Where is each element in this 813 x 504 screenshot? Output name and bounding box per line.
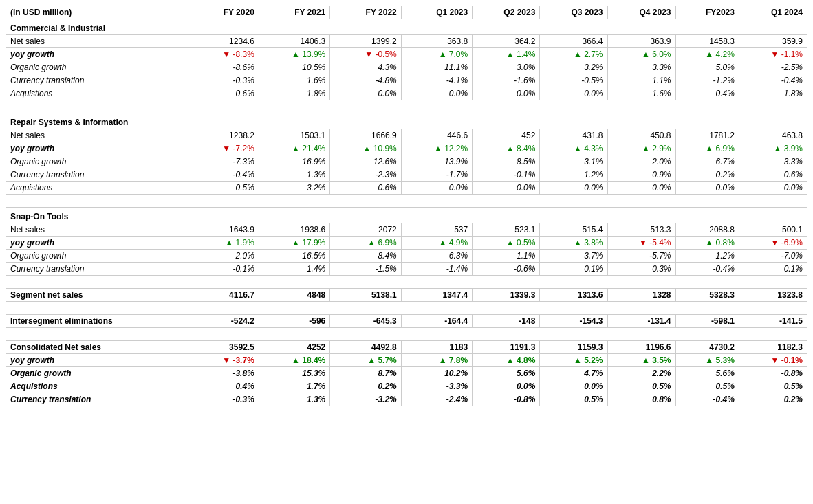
consolidated-cell: 10.2% [401,367,472,380]
empty-cell [259,276,329,289]
segment-cell: 1323.8 [739,289,807,302]
header-label: (in USD million) [6,6,191,19]
consolidated-cell: 1196.6 [607,341,675,354]
empty-cell [540,195,607,208]
data-cell: 0.0% [401,87,472,100]
empty-cell [191,302,259,315]
data-cell: -4.1% [401,74,472,87]
yoy-cell: -6.9% [739,237,807,250]
empty-cell [473,328,540,341]
empty-cell [330,100,401,113]
empty-cell [675,328,739,341]
data-cell: 8.4% [330,250,401,263]
segment-cell: 4848 [259,289,329,302]
data-cell: 1.4% [259,263,329,276]
empty-cell [675,100,739,113]
header-q42023: Q4 2023 [607,6,675,19]
data-cell: -0.4% [191,168,259,182]
data-cell: 0.0% [330,87,401,100]
intersegment-cell: -524.2 [191,315,259,328]
row-label: Currency translation [6,168,191,182]
consolidated-cell: 0.4% [191,380,259,393]
yoy-cell: 21.4% [259,142,329,155]
empty-cell [739,195,807,208]
empty-cell [675,276,739,289]
yoy-cell: 6.0% [607,48,675,61]
consolidated-cell: -3.2% [330,393,401,406]
consolidated-cell: 1183 [401,341,472,354]
empty-cell [540,302,607,315]
empty-cell [191,195,259,208]
yoy-cell: 5.3% [675,354,739,367]
data-cell: 446.6 [401,129,472,142]
data-cell: 1643.9 [191,223,259,237]
consolidated-row-label: Acquistions [6,380,191,393]
yoy-cell: -7.2% [191,142,259,155]
row-label: Acquistions [6,87,191,100]
consolidated-row-label: Consolidated Net sales [6,341,191,354]
consolidated-cell: 0.2% [739,393,807,406]
row-label: Acquistions [6,182,191,195]
consolidated-cell: 0.5% [540,393,607,406]
consolidated-cell: 0.0% [473,380,540,393]
data-cell: -0.6% [473,263,540,276]
header-q12023: Q1 2023 [401,6,472,19]
row-label: Organic growth [6,250,191,263]
data-cell: -1.4% [401,263,472,276]
section-header-label: Commercial & Industrial [6,19,807,35]
empty-cell [739,276,807,289]
empty-cell [330,302,401,315]
yoy-cell: 2.7% [540,48,607,61]
intersegment-cell: -596 [259,315,329,328]
empty-cell [259,328,329,341]
data-cell: 513.3 [607,223,675,237]
data-cell: 2088.8 [675,223,739,237]
data-cell: 452 [473,129,540,142]
data-cell: 364.2 [473,35,540,48]
data-cell: 1.1% [607,74,675,87]
consolidated-cell: -0.8% [473,393,540,406]
data-cell: -5.7% [607,250,675,263]
data-cell: 431.8 [540,129,607,142]
data-cell: 3.3% [739,155,807,168]
row-label: Currency translation [6,263,191,276]
consolidated-cell: -2.4% [401,393,472,406]
empty-cell [540,328,607,341]
header-fy2021: FY 2021 [259,6,329,19]
empty-cell [259,302,329,315]
row-label: yoy growth [6,48,191,61]
empty-cell [401,100,472,113]
segment-cell: 5138.1 [330,289,401,302]
segment-cell: 5328.3 [675,289,739,302]
data-cell: 1.3% [259,168,329,182]
consolidated-cell: 4.7% [540,367,607,380]
data-cell: 537 [401,223,472,237]
data-cell: 0.0% [739,182,807,195]
section-header-label: Repair Systems & Information [6,113,807,129]
consolidated-cell: 2.2% [607,367,675,380]
intersegment-label: Intersegment eliminations [6,315,191,328]
yoy-cell: 3.8% [540,237,607,250]
data-cell: -0.4% [675,263,739,276]
empty-cell [6,328,191,341]
data-cell: 6.7% [675,155,739,168]
empty-cell [259,100,329,113]
empty-cell [739,328,807,341]
yoy-cell: 10.9% [330,142,401,155]
data-cell: -0.1% [473,168,540,182]
data-cell: 5.0% [675,61,739,74]
data-cell: 0.6% [191,87,259,100]
empty-cell [675,302,739,315]
consolidated-row-label: Organic growth [6,367,191,380]
yoy-cell: 6.9% [675,142,739,155]
empty-cell [6,100,191,113]
intersegment-cell: -148 [473,315,540,328]
data-cell: 1458.3 [675,35,739,48]
empty-cell [330,276,401,289]
empty-cell [473,195,540,208]
yoy-cell: -8.3% [191,48,259,61]
yoy-cell: 7.0% [401,48,472,61]
data-cell: 1503.1 [259,129,329,142]
data-cell: 3.0% [473,61,540,74]
data-cell: 3.1% [540,155,607,168]
